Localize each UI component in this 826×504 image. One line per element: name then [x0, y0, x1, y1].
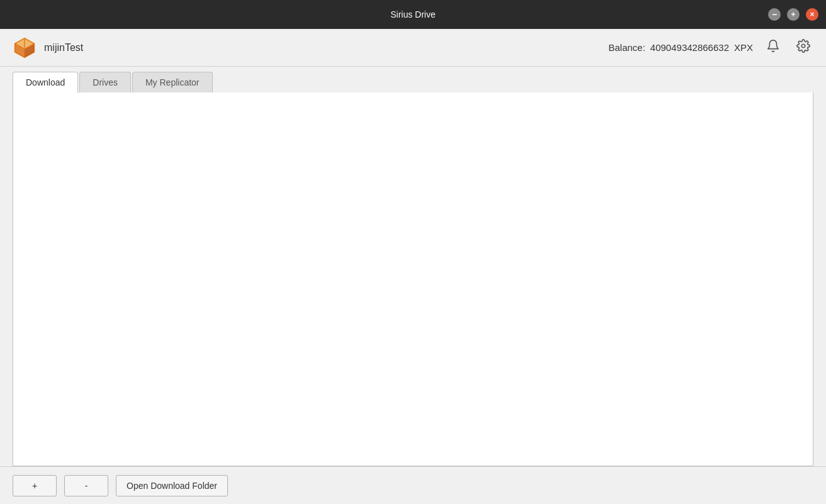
header-right: Balance: 409049342866632 XPX — [608, 38, 813, 58]
remove-button[interactable]: - — [64, 475, 108, 496]
minimize-button[interactable]: − — [768, 8, 781, 21]
title-bar: Sirius Drive − + × — [0, 0, 826, 29]
bottom-bar: + - Open Download Folder — [0, 466, 826, 504]
header: mijinTest Balance: 409049342866632 XPX — [0, 29, 826, 67]
window-controls: − + × — [768, 8, 818, 21]
app-title: Sirius Drive — [390, 9, 436, 20]
settings-button[interactable] — [793, 38, 813, 58]
add-button[interactable]: + — [13, 475, 57, 496]
tabs-bar: Download Drives My Replicator — [0, 67, 826, 92]
app-name-label: mijinTest — [44, 42, 83, 53]
balance-currency: XPX — [734, 42, 753, 53]
tab-my-replicator[interactable]: My Replicator — [132, 72, 213, 92]
maximize-button[interactable]: + — [787, 8, 800, 21]
open-download-folder-button[interactable]: Open Download Folder — [116, 475, 228, 496]
close-button[interactable]: × — [806, 8, 818, 21]
bell-icon — [766, 39, 780, 56]
app-logo-icon — [13, 36, 37, 60]
balance-area: Balance: 409049342866632 XPX — [608, 42, 753, 53]
logo-area: mijinTest — [13, 36, 83, 60]
svg-point-7 — [801, 44, 805, 48]
app-window: mijinTest Balance: 409049342866632 XPX — [0, 29, 826, 504]
balance-label: Balance: — [608, 42, 645, 53]
balance-value: 409049342866632 — [650, 42, 729, 53]
content-area — [13, 92, 813, 466]
gear-icon — [796, 39, 810, 56]
tab-drives[interactable]: Drives — [79, 72, 131, 92]
tab-download[interactable]: Download — [13, 72, 78, 93]
notification-button[interactable] — [763, 38, 783, 58]
